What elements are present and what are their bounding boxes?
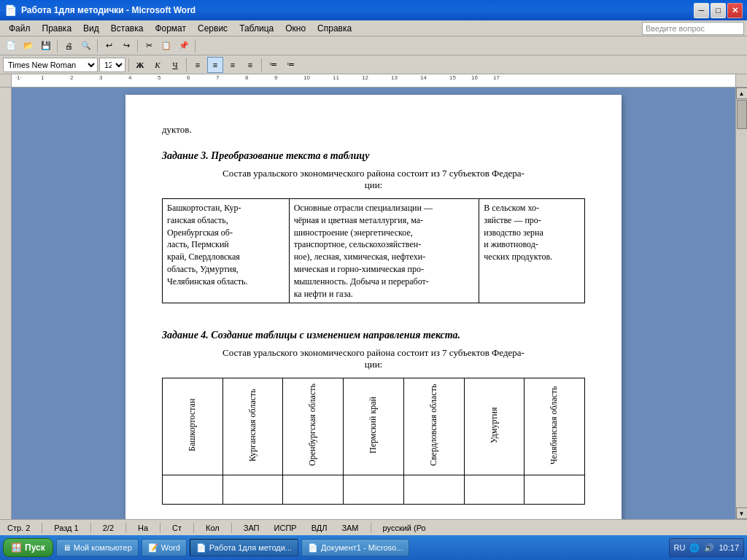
help-search-box[interactable]: Введите вопрос bbox=[642, 22, 744, 35]
underline-button[interactable]: Ч bbox=[167, 57, 183, 73]
bullets-button[interactable]: ≔ bbox=[265, 57, 281, 73]
ruler-mark-1: 1 bbox=[41, 74, 44, 81]
ruler-mark-10: 10 bbox=[303, 74, 310, 81]
page-content: дуктов. Задание 3. Преобразование текста… bbox=[162, 124, 585, 505]
language-label: русский (Ро bbox=[380, 524, 429, 532]
table-cell-region7: Челябинская область bbox=[525, 378, 585, 475]
region6-label: Удмуртия bbox=[489, 381, 500, 469]
status-sep5 bbox=[193, 523, 194, 533]
empty-cell3 bbox=[283, 475, 344, 505]
empty-cell6 bbox=[464, 475, 525, 505]
scroll-up-button[interactable]: ▲ bbox=[736, 88, 748, 99]
status-sep2 bbox=[90, 523, 91, 533]
ruler-mark-14: 14 bbox=[420, 74, 427, 81]
scroll-thumb[interactable] bbox=[737, 100, 747, 129]
table-row: Башкортостан, Кур-ганская область,Оренбу… bbox=[163, 199, 585, 303]
app-icon: 📄 bbox=[4, 4, 17, 16]
ruler-mark-13: 13 bbox=[391, 74, 398, 81]
menu-bar: Файл Правка Вид Вставка Формат Сервис Та… bbox=[0, 20, 747, 36]
table-cell-region1: Башкортостан bbox=[163, 378, 223, 475]
undo-button[interactable]: ↩ bbox=[101, 38, 117, 54]
bold-button[interactable]: Ж bbox=[132, 57, 148, 73]
sep1 bbox=[57, 39, 58, 52]
ruler-mark-9: 9 bbox=[274, 74, 277, 81]
table-row: Башкортостан Курганская область Оренбург… bbox=[163, 378, 585, 475]
page-number: Стр. 2 bbox=[4, 524, 33, 532]
menu-file[interactable]: Файл bbox=[3, 22, 36, 35]
ruler-mark-neg2: ·1· bbox=[15, 74, 22, 81]
format-sep2 bbox=[186, 58, 187, 71]
menu-service[interactable]: Сервис bbox=[192, 22, 233, 35]
new-button[interactable]: 📄 bbox=[3, 38, 19, 54]
justify-button[interactable]: ≡ bbox=[242, 57, 258, 73]
window-title-area: 📄 Работа 1для методички - Microsoft Word bbox=[4, 4, 196, 16]
task3-description: Состав уральского экономического района … bbox=[162, 168, 585, 191]
menu-format[interactable]: Формат bbox=[149, 22, 192, 35]
table-cell-region4: Пермский край bbox=[344, 378, 404, 475]
taskbar-doc1[interactable]: 📄 Документ1 - Microso... bbox=[301, 539, 409, 556]
start-icon: 🪟 bbox=[11, 542, 22, 553]
window-controls: ─ □ ✕ bbox=[694, 3, 743, 18]
region2-label: Курганская область bbox=[247, 381, 259, 469]
document-scroll-area[interactable]: дуктов. Задание 3. Преобразование текста… bbox=[12, 88, 735, 519]
open-button[interactable]: 📂 bbox=[20, 38, 36, 54]
table-cell-region5: Свердловская область bbox=[403, 378, 464, 475]
start-button[interactable]: 🪟 Пуск bbox=[3, 538, 53, 557]
region7-label: Челябинская область bbox=[549, 381, 560, 469]
numbering-button[interactable]: ≔ bbox=[282, 57, 298, 73]
table-cell-agriculture: В сельском хо-зяйстве — про-изводство зе… bbox=[479, 199, 585, 303]
menu-table[interactable]: Таблица bbox=[233, 22, 279, 35]
doc1-icon: 📄 bbox=[308, 543, 318, 553]
italic-button[interactable]: К bbox=[150, 57, 166, 73]
status-sep1 bbox=[42, 523, 42, 533]
taskbar: 🪟 Пуск 🖥 Мой компьютер 📝 Word 📄 Работа 1… bbox=[0, 535, 747, 560]
status-sep7 bbox=[371, 523, 371, 533]
task3-heading: Задание 3. Преобразование текста в табли… bbox=[162, 150, 585, 162]
print-button[interactable]: 🖨 bbox=[61, 38, 77, 54]
align-left-button[interactable]: ≡ bbox=[190, 57, 206, 73]
minimize-button[interactable]: ─ bbox=[694, 3, 709, 18]
menu-insert[interactable]: Вставка bbox=[105, 22, 150, 35]
align-right-button[interactable]: ≡ bbox=[225, 57, 241, 73]
ruler-mark-5: 5 bbox=[158, 74, 160, 81]
table-cell-regions: Башкортостан, Кур-ганская область,Оренбу… bbox=[163, 199, 290, 303]
align-center-button[interactable]: ≡ bbox=[207, 57, 223, 73]
maximize-button[interactable]: □ bbox=[711, 3, 726, 18]
lang-indicator[interactable]: RU bbox=[674, 543, 686, 552]
print-preview-button[interactable]: 🔍 bbox=[78, 38, 94, 54]
menu-help[interactable]: Справка bbox=[311, 22, 357, 35]
scroll-down-button[interactable]: ▼ bbox=[736, 508, 748, 519]
redo-button[interactable]: ↪ bbox=[118, 38, 134, 54]
format-sep1 bbox=[128, 58, 129, 71]
title-bar: 📄 Работа 1для методички - Microsoft Word… bbox=[0, 0, 747, 20]
cut-button[interactable]: ✂ bbox=[141, 38, 157, 54]
taskbar-word[interactable]: 📝 Word bbox=[142, 539, 187, 556]
font-size-selector[interactable]: 12 bbox=[99, 58, 125, 72]
mycomputer-label: Мой компьютер bbox=[74, 543, 132, 552]
menu-view[interactable]: Вид bbox=[77, 22, 105, 35]
copy-button[interactable]: 📋 bbox=[158, 38, 174, 54]
status-bar: Стр. 2 Разд 1 2/2 На Ст Кол ЗАП ИСПР ВДЛ… bbox=[0, 519, 747, 535]
menu-edit[interactable]: Правка bbox=[36, 22, 78, 35]
paste-button[interactable]: 📌 bbox=[176, 38, 192, 54]
scroll-track[interactable] bbox=[736, 99, 747, 508]
status-sep4 bbox=[160, 523, 160, 533]
save-button[interactable]: 💾 bbox=[38, 38, 54, 54]
network-icon: 🌐 bbox=[689, 543, 700, 553]
start-label: Пуск bbox=[25, 542, 45, 553]
sep2 bbox=[97, 39, 98, 52]
menu-window[interactable]: Окно bbox=[279, 22, 311, 35]
font-selector[interactable]: Times New Roman bbox=[3, 58, 98, 72]
zam-label: ЗАМ bbox=[338, 524, 361, 532]
taskbar-work1[interactable]: 📄 Работа 1для методи... bbox=[190, 539, 298, 556]
content-area: дуктов. Задание 3. Преобразование текста… bbox=[0, 88, 747, 519]
close-button[interactable]: ✕ bbox=[727, 3, 743, 18]
empty-cell4 bbox=[344, 475, 404, 505]
doc1-label: Документ1 - Microso... bbox=[321, 543, 403, 552]
taskbar-mycomputer[interactable]: 🖥 Мой компьютер bbox=[56, 539, 139, 556]
vertical-scrollbar[interactable]: ▲ ▼ bbox=[735, 88, 747, 519]
empty-cell7 bbox=[525, 475, 585, 505]
empty-cell2 bbox=[222, 475, 283, 505]
section-number: Разд 1 bbox=[51, 524, 81, 532]
ispr-label: ИСПР bbox=[271, 524, 300, 532]
